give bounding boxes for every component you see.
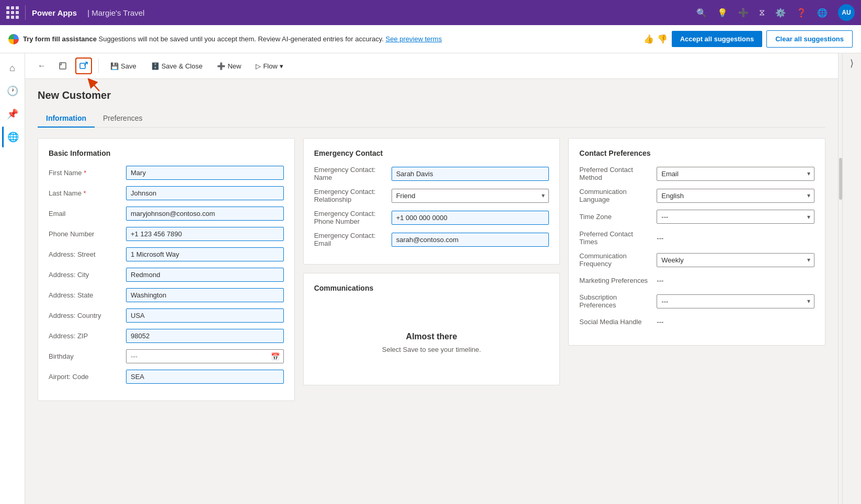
ec-email-input[interactable] [392,233,549,247]
city-label: Address: City [49,271,122,279]
ec-rel-select-wrapper: Friend Family Colleague ▾ [392,189,549,203]
lightbulb-icon[interactable]: 💡 [717,8,728,18]
clear-all-suggestions-button[interactable]: Clear all suggestions [766,30,853,48]
comm-freq-row: Communication Frequency Weekly Daily Mon… [579,252,814,268]
app-product-name: Power Apps [32,8,77,17]
search-icon[interactable]: 🔍 [696,8,707,18]
new-button[interactable]: ➕ New [212,59,246,73]
comm-freq-wrapper: Weekly Daily Monthly ▾ [657,253,814,267]
phone-input[interactable] [126,227,284,241]
middle-column: Emergency Contact Emergency Contact: Nam… [303,138,560,385]
save-close-button[interactable]: 🗄️ Save & Close [146,59,208,73]
timezone-row: Time Zone --- ▾ [579,210,814,224]
accept-all-suggestions-button[interactable]: Accept all suggestions [672,31,763,47]
thumbs-up-icon[interactable]: 👍 [644,34,654,44]
comm-language-select[interactable]: English Spanish French [657,189,814,203]
flow-chevron-icon: ▾ [280,62,283,70]
sidebar-pin-icon[interactable]: 📌 [2,104,23,124]
communications-section: Communications Almost there Select Save … [303,273,560,385]
ec-phone-row: Emergency Contact: Phone Number [314,210,549,225]
nav-divider [25,5,26,20]
sidebar-home-icon[interactable]: ⌂ [2,58,23,78]
thumbs-down-icon[interactable]: 👎 [657,34,668,44]
flow-button[interactable]: ▷ Flow ▾ [250,59,288,73]
save-close-icon: 🗄️ [151,62,159,70]
page-content: New Customer Information Preferences Bas… [25,79,838,411]
avatar[interactable]: AU [838,4,855,21]
ai-banner-feedback-icons: 👍 👎 [644,34,668,44]
filter-icon[interactable]: ⧖ [759,8,765,17]
timezone-select[interactable]: --- [657,210,814,224]
pref-contact-method-select[interactable]: Email Phone SMS [657,167,814,181]
zip-input[interactable] [126,329,284,343]
last-name-row: Last Name [49,186,284,200]
city-row: Address: City [49,268,284,282]
nav-icon-group: 🔍 💡 ➕ ⧖ ⚙️ ❓ 🌐 AU [696,4,855,21]
street-label: Address: Street [49,250,122,258]
svg-rect-1 [80,63,85,68]
globe-icon[interactable]: 🌐 [817,8,828,18]
email-row: Email [49,207,284,221]
comm-freq-label: Communication Frequency [579,252,652,268]
help-icon[interactable]: ❓ [796,8,807,18]
last-name-input[interactable] [126,186,284,200]
ec-email-label: Emergency Contact: Email [314,232,387,247]
marketing-prefs-label: Marketing Preferences [579,277,652,284]
subscription-prefs-label: Subscription Preferences [579,293,652,309]
arrow-indicator [75,58,92,74]
flow-icon: ▷ [256,62,261,70]
new-form-button[interactable] [75,58,92,74]
form-sections: Basic Information First Name Last Name E… [38,138,825,401]
tab-preferences[interactable]: Preferences [95,110,151,128]
first-name-row: First Name [49,166,284,180]
country-input[interactable] [126,308,284,323]
state-input[interactable] [126,288,284,302]
content-area: ← [25,53,838,504]
ai-banner: Try form fill assistance Suggestions wil… [0,25,861,53]
first-name-input[interactable] [126,166,284,180]
communications-empty-title: Almost there [406,332,457,341]
subscription-prefs-select[interactable]: --- [657,294,814,308]
street-input[interactable] [126,247,284,261]
settings-icon[interactable]: ⚙️ [775,8,786,18]
scrollbar-track[interactable] [838,53,842,504]
ec-rel-select[interactable]: Friend Family Colleague [392,189,549,203]
ai-banner-bold: Try form fill assistance [23,35,97,43]
street-row: Address: Street [49,247,284,261]
ec-name-input[interactable] [392,167,549,181]
sidebar-globe-icon[interactable]: 🌐 [2,127,23,147]
birthday-input[interactable] [126,349,284,363]
page-title: New Customer [38,89,825,101]
ec-phone-input[interactable] [392,211,549,225]
pop-out-button[interactable] [54,58,71,74]
pref-contact-method-row: Preferred Contact Method Email Phone SMS… [579,166,814,181]
app-title: | Margie's Travel [87,8,144,17]
ai-logo-icon [8,34,19,44]
app-grid-icon[interactable] [6,6,19,19]
birthday-label: Birthday [49,352,122,360]
marketing-prefs-row: Marketing Preferences --- [579,274,814,287]
emergency-contact-section: Emergency Contact Emergency Contact: Nam… [303,138,560,265]
social-media-row: Social Media Handle --- [579,315,814,328]
top-navigation: Power Apps | Margie's Travel 🔍 💡 ➕ ⧖ ⚙️ … [0,0,861,25]
scrollbar-thumb[interactable] [839,158,842,200]
right-sidebar-icon[interactable]: ⟩ [850,58,854,69]
email-input[interactable] [126,207,284,221]
sidebar-clock-icon[interactable]: 🕐 [2,81,23,101]
tab-information[interactable]: Information [38,110,95,128]
airport-input[interactable] [126,370,284,384]
pref-contact-method-label: Preferred Contact Method [579,166,652,181]
save-button[interactable]: 💾 Save [105,59,142,73]
back-button[interactable]: ← [33,58,50,74]
ai-banner-link[interactable]: See preview terms [385,35,442,43]
comm-freq-select[interactable]: Weekly Daily Monthly [657,253,814,267]
phone-row: Phone Number [49,227,284,241]
right-sidebar: ⟩ [842,53,861,504]
communications-empty-subtitle: Select Save to see your timeline. [382,346,481,353]
ai-banner-description: Suggestions will not be saved until you … [99,35,384,43]
subscription-prefs-row: Subscription Preferences --- ▾ [579,293,814,309]
city-input[interactable] [126,268,284,282]
pref-contact-times-label: Preferred Contact Times [579,230,652,246]
birthday-row: Birthday 📅 [49,349,284,363]
plus-icon[interactable]: ➕ [738,8,749,18]
